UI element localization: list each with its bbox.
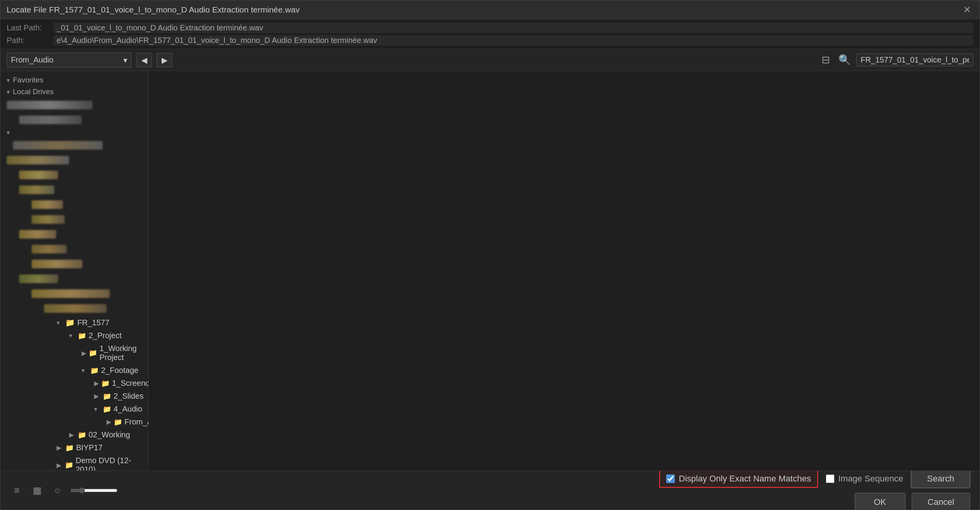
blurred-item-5[interactable]: [0, 197, 148, 212]
02working-label: 02_Working: [89, 430, 130, 439]
favorites-chevron: ▾: [7, 77, 10, 84]
biyp17-label: BIYP17: [76, 443, 103, 452]
ok-button[interactable]: OK: [855, 493, 905, 510]
filter-icon: ⊟: [822, 54, 830, 66]
blurred-item-6[interactable]: [0, 212, 148, 227]
window-title: Locate File FR_1577_01_01_voice_l_to_mon…: [7, 5, 300, 14]
location-dropdown[interactable]: From_Audio ▾: [7, 53, 132, 68]
1working-chevron: ▶: [82, 350, 86, 357]
list-view-icon: ≡: [14, 485, 20, 496]
tree-1screencap[interactable]: ▶ 📁 1_Screencap: [0, 377, 148, 390]
blurred-item-3[interactable]: [0, 168, 148, 182]
1screencap-folder-icon: 📁: [101, 379, 110, 388]
drive-item-1[interactable]: [0, 98, 148, 112]
content-area: [149, 71, 980, 471]
circle-view-icon: ○: [55, 485, 60, 496]
tree-demodvd[interactable]: ▶ 📁 Demo DVD (12-2010): [0, 454, 148, 471]
2slides-folder-icon: 📁: [103, 392, 111, 401]
search-button[interactable]: Search: [911, 469, 970, 488]
drive-item-2[interactable]: [0, 112, 148, 127]
tree-2slides[interactable]: ▶ 📁 2_Slides: [0, 390, 148, 403]
grid-view-button[interactable]: ▦: [30, 483, 44, 498]
close-button[interactable]: ✕: [961, 4, 973, 16]
tree-1working[interactable]: ▶ 📁 1_Working Project: [0, 342, 148, 364]
search-input-toolbar[interactable]: [856, 53, 973, 66]
bottom-bar: ≡ ▦ ○ Display Only Exact Name Matches: [0, 471, 980, 510]
sidebar: ▾ Favorites ▾ Local Drives ▾: [0, 71, 149, 471]
local-drives-label: Local Drives: [13, 87, 54, 96]
row2: OK Cancel: [855, 493, 970, 510]
toolbar: From_Audio ▾ ◀ ▶ ⊟ 🔍: [0, 49, 980, 71]
title-bar: Locate File FR_1577_01_01_voice_l_to_mon…: [0, 0, 980, 19]
forward-button[interactable]: ▶: [157, 53, 172, 67]
blurred-item-2[interactable]: [0, 153, 148, 168]
view-controls: ≡ ▦ ○: [10, 483, 117, 498]
1screencap-chevron: ▶: [94, 380, 99, 387]
path-label: Path:: [7, 36, 53, 45]
grid-view-icon: ▦: [33, 485, 42, 496]
back-button[interactable]: ◀: [136, 53, 152, 67]
bottom-right: Display Only Exact Name Matches Image Se…: [659, 469, 970, 510]
tree-4audio[interactable]: ▾ 📁 4_Audio: [0, 403, 148, 415]
blurred-item-9[interactable]: [0, 257, 148, 271]
blurred-item-12[interactable]: [0, 301, 148, 316]
main-window: Locate File FR_1577_01_01_voice_l_to_mon…: [0, 0, 980, 510]
last-path-label: Last Path:: [7, 23, 53, 32]
size-slider[interactable]: [71, 487, 117, 494]
demodvd-folder-icon: 📁: [65, 461, 73, 469]
fromau-folder-icon: 📁: [114, 418, 122, 426]
search-button-toolbar[interactable]: 🔍: [838, 53, 852, 67]
1screencap-label: 1_Screencap: [112, 379, 149, 388]
row1: Display Only Exact Name Matches Image Se…: [659, 469, 970, 488]
sidebar-section-local-drives[interactable]: ▾ Local Drives: [0, 86, 148, 98]
last-path-row: Last Path: _01_01_voice_l_to_mono_D Audi…: [7, 21, 973, 34]
2project-chevron: ▾: [69, 332, 75, 339]
2project-folder-icon: 📁: [78, 332, 86, 340]
search-icon: 🔍: [838, 54, 851, 66]
main-area: ▾ Favorites ▾ Local Drives ▾: [0, 71, 980, 471]
blurred-item-4[interactable]: [0, 182, 148, 197]
path-value: e\4_Audio\From_Audio\FR_1577_01_01_voice…: [53, 35, 973, 46]
exact-match-label: Display Only Exact Name Matches: [679, 474, 811, 484]
2project-label: 2_Project: [89, 331, 122, 340]
path-bar: Last Path: _01_01_voice_l_to_mono_D Audi…: [0, 19, 980, 49]
image-sequence-checkbox[interactable]: [826, 474, 834, 483]
tree-02working[interactable]: ▶ 📁 02_Working: [0, 428, 148, 441]
1working-label: 1_Working Project: [100, 344, 145, 362]
tree-fromau[interactable]: ▶ 📁 From_Au: [0, 415, 148, 428]
4audio-folder-icon: 📁: [103, 405, 111, 414]
cancel-button[interactable]: Cancel: [912, 493, 970, 510]
blurred-item-11[interactable]: [0, 286, 148, 301]
2footage-chevron: ▾: [82, 367, 88, 374]
tree-2footage[interactable]: ▾ 📁 2_Footage: [0, 364, 148, 377]
fromau-label: From_Au: [125, 417, 149, 426]
2slides-chevron: ▶: [94, 392, 100, 400]
image-sequence-label: Image Sequence: [838, 474, 903, 484]
blurred-item-7[interactable]: [0, 227, 148, 242]
local-drives-chevron: ▾: [7, 88, 10, 96]
blurred-item-10[interactable]: [0, 271, 148, 286]
expanded-chevron: ▾: [7, 129, 10, 136]
biyp17-chevron: ▶: [57, 444, 63, 451]
demodvd-chevron: ▶: [57, 462, 62, 469]
blurred-item-8[interactable]: [0, 242, 148, 257]
2footage-folder-icon: 📁: [90, 366, 99, 375]
fr1577-label: FR_1577: [77, 318, 109, 327]
exact-match-checkbox[interactable]: [666, 474, 675, 483]
demodvd-label: Demo DVD (12-2010): [76, 456, 145, 471]
tree-biyp17[interactable]: ▶ 📁 BIYP17: [0, 441, 148, 454]
blurred-item-1[interactable]: [0, 138, 148, 153]
filter-button[interactable]: ⊟: [819, 53, 833, 67]
path-row: Path: e\4_Audio\From_Audio\FR_1577_01_01…: [7, 34, 973, 46]
tree-2project[interactable]: ▾ 📁 2_Project: [0, 329, 148, 342]
sidebar-section-favorites[interactable]: ▾ Favorites: [0, 74, 148, 86]
fromau-chevron: ▶: [107, 418, 111, 426]
biyp17-folder-icon: 📁: [65, 444, 74, 452]
circle-view-button[interactable]: ○: [50, 483, 64, 498]
image-sequence-container: Image Sequence: [826, 474, 903, 484]
sidebar-section-expanded[interactable]: ▾: [0, 127, 148, 138]
tree-fr1577[interactable]: ▾ 📁 FR_1577: [0, 316, 148, 329]
2slides-label: 2_Slides: [114, 392, 144, 401]
02working-folder-icon: 📁: [78, 431, 86, 439]
list-view-button[interactable]: ≡: [10, 483, 24, 498]
